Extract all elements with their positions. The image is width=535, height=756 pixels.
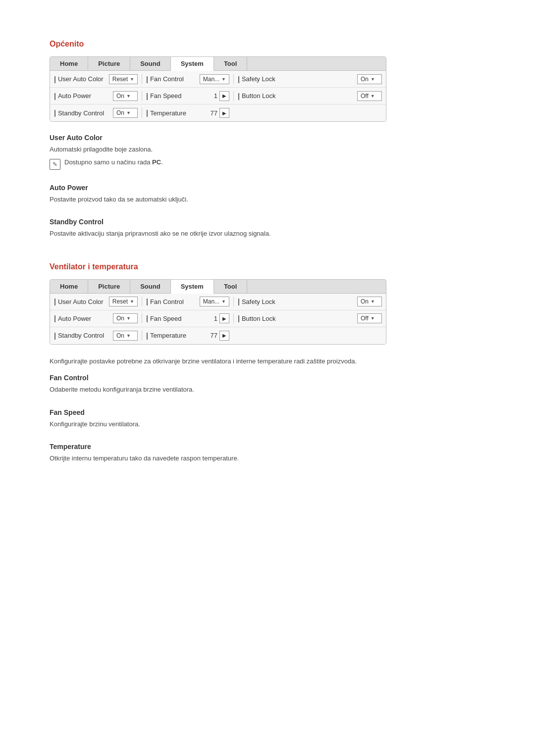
dropdown-btn[interactable]: Man...▼ — [200, 74, 229, 84]
ui-panel: HomePictureSoundSystemTool|User Auto Col… — [50, 56, 386, 122]
cell-label: Button Lock — [242, 315, 276, 322]
item-desc: Konfigurirajte brzinu ventilatora. — [50, 419, 485, 429]
item-title: Fan Speed — [50, 408, 485, 416]
tab-sound[interactable]: Sound — [130, 57, 170, 70]
dropdown-btn[interactable]: On▼ — [113, 91, 138, 101]
app-container: OpćenitoHomePictureSoundSystemTool|User … — [50, 40, 485, 463]
tab-home[interactable]: Home — [50, 57, 88, 70]
arrow-btn[interactable]: ▶ — [219, 108, 229, 118]
table-row: |User Auto ColorReset▼|Fan ControlMan...… — [50, 294, 386, 310]
tab-tool[interactable]: Tool — [214, 57, 247, 70]
table-row: |Auto PowerOn▼|Fan Speed1▶|Button LockOf… — [50, 88, 386, 104]
cell-label: Fan Speed — [150, 92, 182, 100]
cell-label: Temperature — [150, 332, 186, 339]
item-desc: Postavite proizvod tako da se automatski… — [50, 195, 485, 204]
content-item: Fan ControlOdaberite metodu konfiguriran… — [50, 374, 485, 395]
cell-label: Standby Control — [58, 332, 104, 339]
arrow-btn[interactable]: ▶ — [219, 91, 229, 101]
content-item: Fan SpeedKonfigurirajte brzinu ventilato… — [50, 408, 485, 429]
content-item: Standby ControlPostavite aktivaciju stan… — [50, 218, 485, 239]
panel-body: |User Auto ColorReset▼|Fan ControlMan...… — [50, 294, 386, 344]
table-row: |Standby ControlOn▼|Temperature77▶ — [50, 104, 386, 121]
item-title: Standby Control — [50, 218, 485, 226]
item-title: Auto Power — [50, 184, 485, 192]
tabs-row: HomePictureSoundSystemTool — [50, 280, 386, 294]
cell-label: Button Lock — [242, 92, 276, 100]
item-title: Fan Control — [50, 374, 485, 382]
tab-system[interactable]: System — [171, 57, 214, 71]
tab-system[interactable]: System — [171, 280, 214, 294]
dropdown-btn[interactable]: Reset▼ — [109, 74, 138, 84]
item-desc: Otkrijte internu temperaturu tako da nav… — [50, 454, 485, 463]
tab-home[interactable]: Home — [50, 280, 88, 293]
item-desc: Automatski prilagodite boje zaslona. — [50, 145, 485, 154]
arrow-btn[interactable]: ▶ — [219, 331, 229, 341]
table-row: |Standby ControlOn▼|Temperature77▶ — [50, 327, 386, 344]
item-desc: Postavite aktivaciju stanja pripravnosti… — [50, 229, 485, 239]
dropdown-btn[interactable]: On▼ — [357, 297, 382, 306]
dropdown-btn[interactable]: On▼ — [113, 313, 138, 323]
dropdown-btn[interactable]: Man...▼ — [200, 297, 229, 306]
cell-label: Safety Lock — [242, 75, 275, 83]
note-row: ✎Dostupno samo u načinu rada PC. — [50, 158, 485, 170]
tab-picture[interactable]: Picture — [88, 57, 130, 70]
section-title-ventilator: Ventilator i temperatura — [50, 262, 485, 271]
intro-desc: Konfigurirajte postavke potrebne za otkr… — [50, 356, 485, 366]
panel-body: |User Auto ColorReset▼|Fan ControlMan...… — [50, 71, 386, 121]
cell-label: Fan Control — [150, 298, 184, 305]
ui-panel: HomePictureSoundSystemTool|User Auto Col… — [50, 279, 386, 345]
content-item: TemperatureOtkrijte internu temperaturu … — [50, 443, 485, 463]
cell-label: Auto Power — [58, 92, 91, 100]
note-icon: ✎ — [50, 159, 60, 170]
cell-label: User Auto Color — [58, 298, 104, 305]
table-row: |User Auto ColorReset▼|Fan ControlMan...… — [50, 71, 386, 88]
arrow-btn[interactable]: ▶ — [219, 313, 229, 323]
dropdown-btn[interactable]: Off▼ — [357, 313, 382, 323]
cell-label: Safety Lock — [242, 298, 275, 305]
cell-label: Auto Power — [58, 315, 91, 322]
dropdown-btn[interactable]: Off▼ — [357, 91, 382, 101]
dropdown-btn[interactable]: On▼ — [357, 74, 382, 84]
dropdown-btn[interactable]: On▼ — [113, 331, 138, 341]
cell-label: Standby Control — [58, 109, 104, 117]
content-item: User Auto ColorAutomatski prilagodite bo… — [50, 134, 485, 170]
dropdown-btn[interactable]: Reset▼ — [109, 297, 138, 306]
cell-label: Fan Control — [150, 75, 184, 83]
tab-sound[interactable]: Sound — [130, 280, 170, 293]
table-row: |Auto PowerOn▼|Fan Speed1▶|Button LockOf… — [50, 310, 386, 327]
note-text: Dostupno samo u načinu rada PC. — [64, 158, 163, 166]
section-title-opcenito: Općenito — [50, 40, 485, 49]
item-title: User Auto Color — [50, 134, 485, 142]
cell-label: Fan Speed — [150, 315, 182, 322]
item-desc: Odaberite metodu konfiguriranja brzine v… — [50, 385, 485, 395]
dropdown-btn[interactable]: On▼ — [113, 108, 138, 118]
item-title: Temperature — [50, 443, 485, 451]
tabs-row: HomePictureSoundSystemTool — [50, 57, 386, 71]
tab-tool[interactable]: Tool — [214, 280, 247, 293]
cell-label: Temperature — [150, 109, 186, 117]
cell-label: User Auto Color — [58, 75, 104, 83]
content-item: Auto PowerPostavite proizvod tako da se … — [50, 184, 485, 204]
tab-picture[interactable]: Picture — [88, 280, 130, 293]
